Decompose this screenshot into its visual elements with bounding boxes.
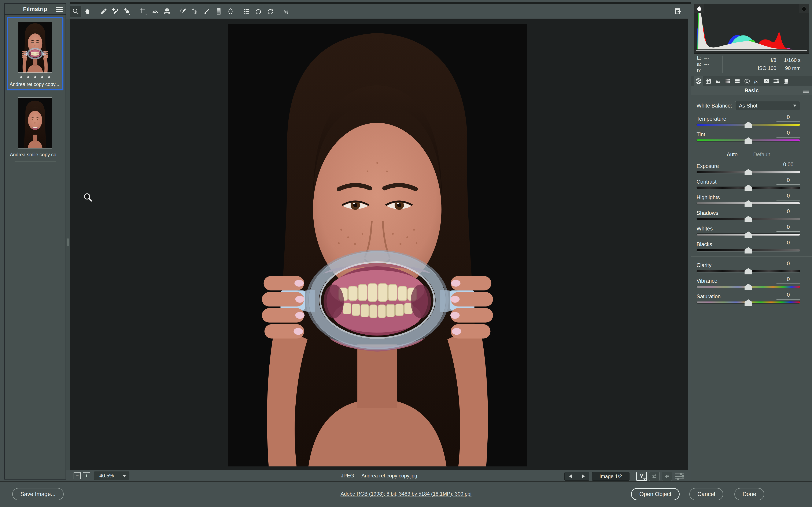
exposure-slider[interactable] — [697, 171, 800, 173]
tab-camera-calibration[interactable] — [762, 76, 771, 86]
crop-tool-icon[interactable] — [138, 6, 149, 17]
radial-filter-icon[interactable] — [225, 6, 236, 17]
slider-thumb[interactable] — [745, 231, 752, 238]
saturation-slider[interactable] — [697, 301, 800, 303]
next-image-button[interactable] — [577, 472, 589, 481]
slider-thumb[interactable] — [745, 216, 752, 222]
tab-lens-corrections[interactable] — [742, 76, 752, 86]
zoom-level-select[interactable]: 40.5% — [94, 471, 130, 480]
tab-effects[interactable]: fx — [752, 76, 762, 86]
done-button[interactable]: Done — [734, 488, 764, 500]
red-eye-tool-icon[interactable] — [189, 6, 201, 17]
toggle-fullscreen-icon[interactable] — [673, 6, 684, 17]
filmstrip-menu-icon[interactable] — [56, 7, 63, 12]
hand-tool-icon[interactable] — [82, 6, 93, 17]
slider-thumb[interactable] — [745, 268, 752, 274]
tab-tone-curve[interactable] — [703, 76, 713, 86]
whites-slider[interactable] — [697, 233, 800, 236]
aperture-value: f/8 — [758, 57, 776, 63]
straighten-tool-icon[interactable] — [150, 6, 161, 17]
focal-length-value: 90 mm — [784, 65, 801, 71]
toggle-settings-icon[interactable] — [674, 472, 685, 481]
slider-value-field[interactable]: 0 — [776, 114, 800, 122]
thumbnail-smile[interactable] — [18, 97, 52, 149]
white-balance-eyedropper-icon[interactable] — [98, 6, 109, 17]
tab-basic[interactable] — [694, 76, 703, 86]
temperature-slider[interactable] — [697, 124, 800, 126]
default-link[interactable]: Default — [753, 152, 770, 158]
slider-value-field[interactable]: 0 — [776, 292, 800, 299]
zoom-out-button[interactable]: − — [73, 472, 81, 479]
slider-value-field[interactable]: 0 — [776, 208, 800, 216]
adjustment-brush-icon[interactable] — [201, 6, 212, 17]
transform-tool-icon[interactable] — [161, 6, 173, 17]
tab-presets[interactable] — [771, 76, 781, 86]
shadow-clipping-indicator[interactable] — [695, 4, 704, 13]
slider-value-field[interactable]: 0 — [776, 177, 800, 185]
vibrance-slider[interactable] — [697, 286, 800, 288]
auto-link[interactable]: Auto — [727, 152, 738, 158]
preferences-list-icon[interactable] — [241, 6, 252, 17]
highlights-slider[interactable] — [697, 202, 800, 205]
swap-before-after-button[interactable] — [649, 472, 660, 481]
histogram[interactable] — [694, 4, 809, 54]
slider-thumb[interactable] — [745, 284, 752, 290]
zoom-tool-icon[interactable] — [70, 6, 82, 17]
filmstrip-item-1[interactable]: Andrea ret copy copy.... — [7, 17, 63, 91]
tab-split-toning[interactable] — [732, 76, 742, 86]
image-canvas[interactable] — [70, 18, 688, 470]
copy-settings-button[interactable] — [662, 472, 672, 481]
slider-thumb[interactable] — [745, 299, 752, 306]
targeted-adjustment-icon[interactable] — [121, 6, 133, 17]
filmstrip-panel: Filmstrip Andrea ret copy copy.... Andre… — [4, 3, 66, 480]
filmstrip-scrollbar-thumb[interactable] — [67, 238, 69, 246]
slider-value-field[interactable]: 0 — [776, 261, 800, 268]
before-after-view-button[interactable]: Y — [636, 472, 647, 481]
tab-hsl-grayscale[interactable] — [723, 76, 732, 86]
slider-value-field[interactable]: 0 — [776, 224, 800, 232]
spot-removal-icon[interactable] — [177, 6, 189, 17]
slider-thumb[interactable] — [745, 137, 752, 144]
slider-thumb[interactable] — [745, 200, 752, 207]
thumbnail-retractor[interactable] — [18, 22, 52, 73]
rotate-right-icon[interactable] — [264, 6, 276, 17]
contrast-slider[interactable] — [697, 186, 800, 189]
panel-title: Basic — [745, 88, 759, 94]
cancel-button[interactable]: Cancel — [689, 488, 723, 500]
chevron-down-icon — [643, 478, 646, 480]
graduated-filter-icon[interactable] — [213, 6, 224, 17]
highlight-clipping-indicator[interactable] — [799, 4, 809, 13]
blacks-slider[interactable] — [697, 249, 800, 251]
tab-snapshots[interactable] — [781, 76, 791, 86]
slider-value-field[interactable]: 0 — [776, 276, 800, 284]
image-nav — [564, 472, 589, 481]
photo-preview[interactable] — [228, 24, 527, 466]
open-object-button[interactable]: Open Object — [631, 488, 679, 500]
tint-slider[interactable] — [697, 139, 800, 142]
previous-image-button[interactable] — [565, 472, 577, 481]
workflow-options-link[interactable]: Adobe RGB (1998); 8 bit; 3483 by 5184 (1… — [341, 491, 471, 497]
slider-thumb[interactable] — [745, 122, 752, 128]
shadows-slider[interactable] — [697, 218, 800, 220]
trash-icon[interactable] — [281, 6, 292, 17]
tab-detail[interactable] — [713, 76, 723, 86]
filmstrip-scrollbar[interactable] — [66, 18, 70, 470]
slider-value-field[interactable]: 0 — [776, 130, 800, 137]
slider-thumb[interactable] — [745, 247, 752, 253]
clarity-slider[interactable] — [697, 270, 800, 272]
slider-thumb[interactable] — [745, 185, 752, 191]
slider-thumb[interactable] — [745, 169, 752, 175]
rating-dots[interactable] — [9, 76, 61, 78]
slider-shadows: Shadows0 — [697, 208, 800, 220]
white-balance-select[interactable]: As Shot — [735, 101, 800, 110]
filmstrip-item-2[interactable]: Andrea smile copy co... — [7, 93, 63, 165]
slider-value-field[interactable]: 0.00 — [776, 161, 800, 169]
panel-menu-icon[interactable] — [803, 89, 809, 93]
zoom-in-button[interactable]: + — [83, 472, 90, 479]
slider-value-field[interactable]: 0 — [776, 193, 800, 201]
slider-value-field[interactable]: 0 — [776, 239, 800, 247]
rotate-left-icon[interactable] — [253, 6, 264, 17]
slider-highlights: Highlights0 — [697, 193, 800, 205]
exif-readout: L:--- a:--- b:--- f/8 1/160 s ISO 100 90… — [694, 55, 809, 74]
color-sampler-icon[interactable] — [110, 6, 121, 17]
